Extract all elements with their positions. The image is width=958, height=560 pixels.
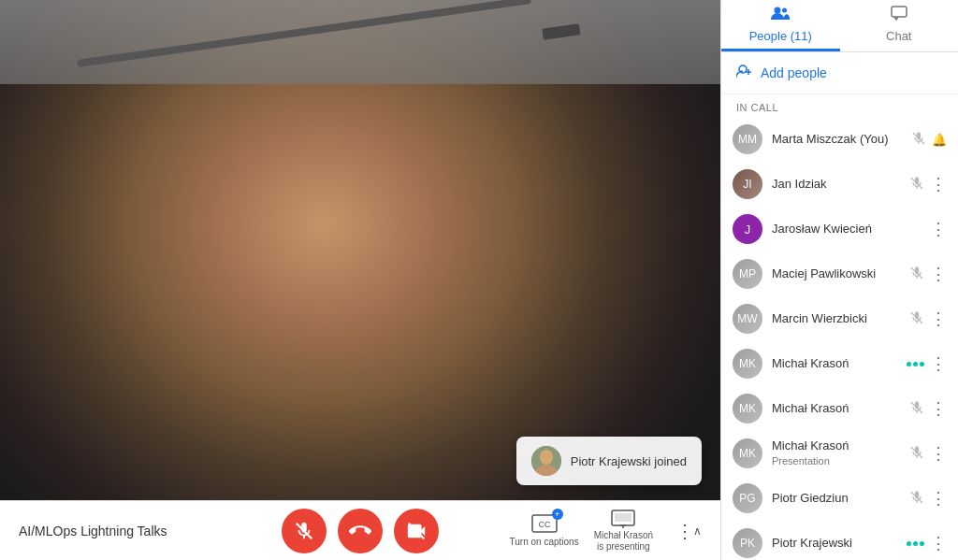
participant-more-button[interactable]: ⋮ — [930, 309, 947, 329]
list-item[interactable]: PGPiotr Giedziun ⋮ — [721, 476, 958, 521]
participant-name: Jarosław Kwiecień — [772, 222, 921, 237]
participant-icons: ⋮ — [909, 174, 947, 194]
avatar: MP — [733, 259, 762, 289]
list-item[interactable]: PKPiotr Krajewski ⋮ — [721, 521, 958, 560]
tab-chat[interactable]: Chat — [840, 0, 959, 51]
avatar: PG — [733, 483, 762, 513]
hangup-button[interactable] — [338, 509, 383, 553]
muted-icon — [909, 266, 924, 283]
avatar: J — [733, 214, 762, 244]
participant-name: Piotr Giedziun — [772, 491, 900, 506]
list-item[interactable]: MWMarcin Wierzbicki ⋮ — [721, 296, 958, 341]
muted-icon — [909, 400, 924, 418]
participant-name: Michał Krasoń — [772, 401, 900, 416]
add-people-row: Add people — [721, 52, 958, 94]
join-text: Piotr Krajewski joined — [571, 454, 687, 468]
participant-more-button[interactable]: ⋮ — [930, 533, 947, 553]
participant-icons: ⋮ — [909, 443, 947, 464]
controls-bar: AI/MLOps Lightning Talks ∧ — [0, 500, 720, 560]
avatar: MK — [733, 438, 762, 468]
muted-icon — [909, 310, 924, 328]
list-item[interactable]: JIJan Idziak ⋮ — [721, 162, 958, 207]
people-tab-label: People (11) — [749, 29, 812, 43]
svg-rect-8 — [615, 513, 631, 522]
speaking-indicator — [907, 541, 924, 546]
participant-name: Jan Idziak — [772, 177, 900, 192]
muted-icon — [909, 445, 924, 463]
in-call-label: IN CALL — [721, 94, 958, 117]
svg-text:CC: CC — [538, 520, 550, 529]
participants-list: MMMarta Miszczak (You) 🔔JIJan Idziak ⋮JJ… — [721, 117, 958, 560]
participant-icons: ⋮ — [909, 398, 947, 419]
add-person-icon — [736, 64, 753, 82]
list-item[interactable]: MMMarta Miszczak (You) 🔔 — [721, 117, 958, 162]
avatar: MK — [733, 349, 762, 379]
participant-name: Piotr Krajewski — [772, 536, 897, 551]
more-options-button[interactable]: ⋮ — [668, 514, 702, 548]
list-item[interactable]: MKMichał KrasońPresentation ⋮ — [721, 431, 958, 476]
participant-icons: 🔔 — [911, 131, 947, 149]
participant-more-button[interactable]: ⋮ — [930, 353, 947, 374]
right-panel: People (11) Chat Add people — [720, 0, 958, 560]
presenting-info: Michał Krasoń is presenting — [594, 510, 653, 553]
participant-icons: ⋮ — [930, 219, 947, 239]
participant-more-button[interactable]: ⋮ — [930, 174, 947, 194]
avatar: MW — [733, 304, 762, 334]
captions-label: Turn on captions — [510, 537, 579, 548]
muted-icon — [911, 131, 926, 149]
join-notification: Piotr Krajewski joined — [516, 437, 702, 485]
list-item[interactable]: MKMichał Krasoń ⋮ — [721, 341, 958, 386]
avatar: PK — [733, 528, 762, 558]
participant-more-button[interactable]: ⋮ — [930, 219, 947, 239]
participant-more-button[interactable]: ⋮ — [930, 488, 947, 509]
participant-name: Marta Miszczak (You) — [772, 132, 902, 147]
chat-tab-label: Chat — [886, 29, 911, 43]
controls-center — [282, 509, 439, 553]
list-item[interactable]: MKMichał Krasoń ⋮ — [721, 386, 958, 431]
muted-icon — [909, 176, 924, 194]
mute-button[interactable] — [282, 509, 327, 553]
avatar: JI — [733, 169, 762, 199]
participant-icons: ⋮ — [909, 309, 947, 329]
panel-tabs: People (11) Chat — [721, 0, 958, 52]
video-area: 📌 Michał Krasoń Piotr Krajewski joined A… — [0, 0, 720, 560]
participant-name: Marcin Wierzbicki — [772, 311, 900, 326]
camera-button[interactable] — [394, 509, 439, 553]
participant-more-button[interactable]: ⋮ — [930, 443, 947, 464]
pinned-icon: 🔔 — [932, 133, 947, 147]
participant-icons: ⋮ — [907, 533, 947, 553]
tab-people[interactable]: People (11) — [721, 0, 840, 51]
speaking-indicator — [907, 362, 924, 366]
captions-button[interactable]: CC + Turn on captions — [510, 514, 579, 548]
participant-more-button[interactable]: ⋮ — [930, 398, 947, 419]
participant-name: Michał Krasoń — [772, 356, 897, 371]
add-people-button[interactable]: Add people — [736, 64, 827, 82]
controls-right: CC + Turn on captions Michał Krasoń is p… — [510, 510, 702, 553]
participant-icons: ⋮ — [909, 264, 947, 284]
avatar: MK — [733, 394, 762, 424]
participant-name: Michał KrasońPresentation — [772, 438, 900, 467]
list-item[interactable]: MPMaciej Pawlikowski ⋮ — [721, 251, 958, 296]
chat-tab-icon — [891, 6, 907, 25]
svg-rect-13 — [892, 7, 907, 17]
avatar: MM — [733, 124, 762, 154]
people-tab-icon — [771, 6, 790, 25]
add-people-label: Add people — [761, 65, 827, 80]
participant-icons: ⋮ — [907, 353, 947, 374]
svg-point-1 — [540, 450, 553, 465]
svg-point-11 — [775, 7, 781, 14]
participant-more-button[interactable]: ⋮ — [930, 264, 947, 284]
participant-icons: ⋮ — [909, 488, 947, 509]
presenting-label: Michał Krasoń is presenting — [594, 530, 653, 553]
join-avatar — [531, 446, 561, 476]
svg-point-12 — [782, 8, 787, 13]
participant-name: Maciej Pawlikowski — [772, 266, 900, 281]
muted-icon — [909, 490, 924, 508]
list-item[interactable]: JJarosław Kwiecień⋮ — [721, 207, 958, 251]
